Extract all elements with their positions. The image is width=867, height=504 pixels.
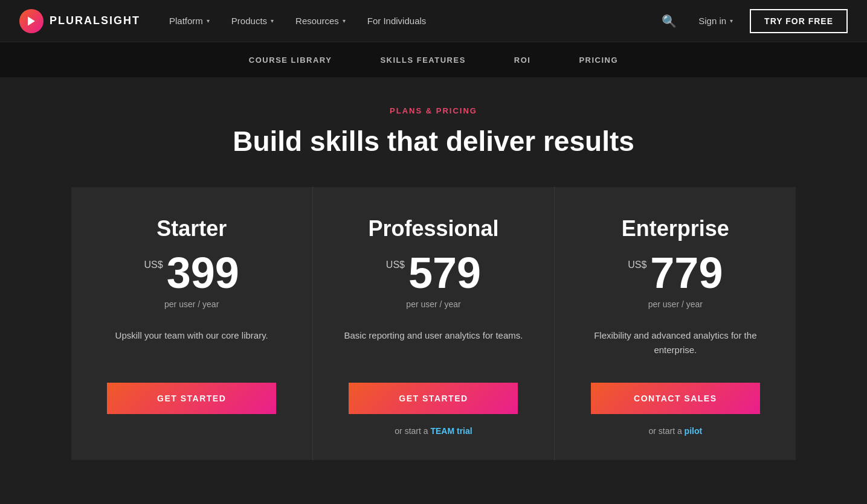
starter-per-user: per user / year <box>164 299 219 309</box>
professional-price: 579 <box>408 251 481 295</box>
plans-section-label: PLANS & PRICING <box>19 106 848 115</box>
logo-icon <box>19 9 44 33</box>
professional-trial-link[interactable]: TEAM trial <box>430 426 472 436</box>
starter-plan-name: Starter <box>156 216 227 241</box>
professional-description: Basic reporting and user analytics for t… <box>344 328 523 359</box>
enterprise-currency: US$ <box>628 260 646 270</box>
enterprise-description: Flexibility and advanced analytics for t… <box>579 328 772 359</box>
logo[interactable]: PLURALSIGHT <box>19 9 140 33</box>
enterprise-or-start: or start a pilot <box>648 426 702 436</box>
chevron-down-icon: ▾ <box>730 18 733 24</box>
signin-label: Sign in <box>698 16 726 26</box>
enterprise-plan-name: Enterprise <box>622 216 729 241</box>
main-content: PLANS & PRICING Build skills that delive… <box>0 77 867 504</box>
plan-professional: Professional US$ 579 per user / year Bas… <box>313 187 555 460</box>
starter-currency: US$ <box>144 260 163 270</box>
plan-enterprise: Enterprise US$ 779 per user / year Flexi… <box>555 187 796 460</box>
enterprise-price: 779 <box>650 251 723 295</box>
sub-nav-course-library[interactable]: COURSE LIBRARY <box>249 51 332 69</box>
nav-resources[interactable]: Resources ▾ <box>286 11 355 31</box>
play-icon <box>25 15 37 27</box>
starter-cta-button[interactable]: GET STARTED <box>107 383 276 414</box>
professional-or-start: or start a TEAM trial <box>395 426 472 436</box>
professional-currency: US$ <box>386 260 405 270</box>
search-icon[interactable]: 🔍 <box>657 9 682 33</box>
starter-description: Upskill your team with our core library. <box>115 328 268 359</box>
nav-platform-label: Platform <box>169 16 203 26</box>
nav-for-individuals-label: For Individuals <box>367 16 427 26</box>
sub-nav: COURSE LIBRARY SKILLS FEATURES ROI PRICI… <box>0 42 867 77</box>
try-free-button[interactable]: TRY FOR FREE <box>750 9 848 33</box>
svg-marker-0 <box>28 16 35 25</box>
plan-starter: Starter US$ 399 per user / year Upskill … <box>71 187 313 460</box>
enterprise-or-start-prefix: or start a <box>648 426 684 436</box>
professional-price-row: US$ 579 <box>386 251 481 295</box>
pricing-cards: Starter US$ 399 per user / year Upskill … <box>71 187 796 460</box>
professional-or-start-prefix: or start a <box>395 426 430 436</box>
sub-nav-pricing[interactable]: PRICING <box>579 51 618 69</box>
navbar: PLURALSIGHT Platform ▾ Products ▾ Resour… <box>0 0 867 42</box>
chevron-down-icon: ▾ <box>343 18 346 24</box>
nav-right: 🔍 Sign in ▾ TRY FOR FREE <box>657 9 848 33</box>
signin-button[interactable]: Sign in ▾ <box>691 11 740 31</box>
enterprise-pilot-link[interactable]: pilot <box>685 426 703 436</box>
chevron-down-icon: ▾ <box>271 18 274 24</box>
nav-products[interactable]: Products ▾ <box>222 11 283 31</box>
nav-platform[interactable]: Platform ▾ <box>160 11 219 31</box>
sub-nav-roi[interactable]: ROI <box>514 51 531 69</box>
enterprise-cta-button[interactable]: CONTACT SALES <box>591 383 760 414</box>
nav-products-label: Products <box>231 16 267 26</box>
nav-links: Platform ▾ Products ▾ Resources ▾ For In… <box>160 11 657 31</box>
professional-cta-button[interactable]: GET STARTED <box>349 383 518 414</box>
starter-price-row: US$ 399 <box>144 251 239 295</box>
enterprise-per-user: per user / year <box>648 299 703 309</box>
sub-nav-skills-features[interactable]: SKILLS FEATURES <box>380 51 465 69</box>
professional-per-user: per user / year <box>406 299 460 309</box>
professional-plan-name: Professional <box>368 216 498 241</box>
nav-for-individuals[interactable]: For Individuals <box>358 11 436 31</box>
logo-text: PLURALSIGHT <box>50 14 140 27</box>
starter-price: 399 <box>167 251 239 295</box>
nav-resources-label: Resources <box>295 16 339 26</box>
chevron-down-icon: ▾ <box>207 18 210 24</box>
enterprise-price-row: US$ 779 <box>628 251 723 295</box>
main-title: Build skills that deliver results <box>19 125 848 158</box>
